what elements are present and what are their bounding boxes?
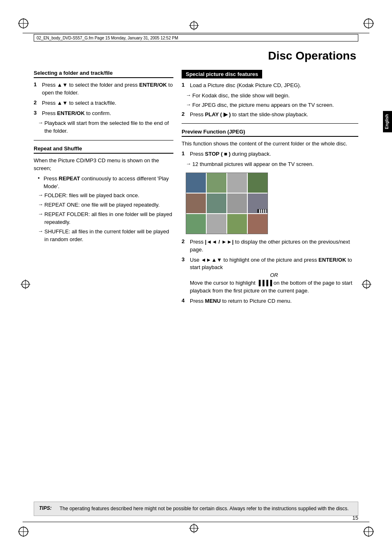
preview-step-1-text: Press STOP ( ■ ) during playback.: [190, 150, 271, 158]
special-arrow-text-1: For Kodak disc, the slide show will begi…: [192, 92, 290, 100]
preview-step-1: 1 Press STOP ( ■ ) during playback.: [182, 150, 358, 158]
section-preview-header: Preview Function (JPEG): [182, 129, 358, 137]
section-folder-header: Selecting a folder and track/file: [34, 70, 173, 78]
reg-mark-bl: [17, 525, 30, 538]
special-arrow-sym-1: →: [186, 92, 192, 98]
crosshair-right: [362, 279, 371, 290]
section-divider-2: [182, 123, 358, 124]
preview-step-num-4: 4: [182, 297, 188, 304]
tips-label: TIPS:: [39, 505, 56, 511]
special-step-num-1: 1: [182, 82, 188, 88]
preview-step-num-2: 2: [182, 238, 188, 244]
step-2-folder: 2 Press ▲▼ to select a track/file.: [34, 99, 173, 107]
thumb-8: ▐▐▐▐: [248, 193, 267, 213]
repeat-intro: When the Picture CD/MP3 CD menu is shown…: [34, 157, 173, 173]
repeat-arrow-4: → SHUFFLE: all files in the current fold…: [34, 228, 173, 244]
special-step-num-2: 2: [182, 111, 188, 117]
thumb-7: [227, 193, 247, 213]
preview-step-2: 2 Press |◄◄ / ►►| to display the other p…: [182, 238, 358, 254]
reg-mark-br: [362, 525, 375, 538]
preview-step-num-1: 1: [182, 150, 188, 157]
right-column: Special picture disc features 1 Load a P…: [182, 70, 358, 308]
page-number: 15: [353, 515, 358, 521]
step-2-folder-text: Press ▲▼ to select a track/file.: [42, 99, 116, 107]
reg-mark-tr: [362, 17, 375, 30]
language-tab: English: [383, 111, 392, 132]
special-step-2: 2 Press PLAY ( ▶ ) to start the slide-sh…: [182, 111, 358, 119]
crosshair-top: [189, 21, 199, 32]
preview-step-num-3: 3: [182, 256, 188, 263]
tips-bar: TIPS: The operating features described h…: [34, 502, 358, 516]
tips-text: The operating features described here mi…: [60, 505, 349, 512]
step-3-folder-text: Press ENTER/OK to confirm.: [42, 110, 111, 117]
thumb-2: [207, 173, 226, 193]
page-title: Disc Operations: [34, 49, 358, 62]
preview-arrow-1: → 12 thumbnail pictures will appear on t…: [182, 161, 358, 168]
preview-step-4-text: Press MENU to return to Picture CD menu.: [190, 297, 292, 305]
preview-step-3: 3 Use ◄►▲▼ to highlight one of the pictu…: [182, 256, 358, 295]
repeat-bullet-text: Press REPEAT continuously to access diff…: [44, 175, 173, 191]
step-num-1: 1: [34, 81, 40, 88]
step-num-3: 3: [34, 110, 40, 116]
thumb-5: [186, 193, 206, 213]
crosshair-left: [21, 279, 30, 290]
thumb-11: [227, 214, 247, 234]
thumb-12: [248, 214, 267, 234]
file-info-bar: 02_EN_body_DVD-S557_G.fm Page 15 Monday,…: [34, 34, 358, 41]
repeat-arrow-sym-4: →: [38, 228, 44, 234]
section-repeat-header: Repeat and Shuffle: [34, 145, 173, 154]
preview-step-3-text: Use ◄►▲▼ to highlight one of the picture…: [190, 256, 358, 295]
preview-step-4: 4 Press MENU to return to Picture CD men…: [182, 297, 358, 305]
repeat-arrow-text-4: SHUFFLE: all files in the current folder…: [44, 228, 173, 244]
thumb-6: [207, 193, 226, 213]
bullet-dot: •: [38, 175, 44, 181]
step-1-folder-text: Press ▲▼ to select the folder and press …: [42, 81, 173, 97]
step-3-folder: 3 Press ENTER/OK to confirm.: [34, 110, 173, 117]
top-border: [23, 33, 369, 33]
repeat-arrow-sym-1: →: [38, 192, 44, 198]
repeat-arrow-sym-3: →: [38, 211, 44, 217]
preview-arrow-text-1: 12 thumbnail pictures will appear on the…: [192, 161, 314, 168]
thumb-3: [227, 173, 247, 193]
thumb-9: [186, 214, 206, 234]
bottom-border: [23, 522, 369, 522]
preview-step-2-text: Press |◄◄ / ►►| to display the other pic…: [190, 238, 358, 254]
repeat-arrow-2: → REPEAT ONE: one file will be played re…: [34, 201, 173, 209]
repeat-bullet: • Press REPEAT continuously to access di…: [34, 175, 173, 191]
special-arrow-1: → For Kodak disc, the slide show will be…: [182, 92, 358, 100]
section-divider-1: [34, 140, 173, 140]
repeat-arrow-text-3: REPEAT FOLDER: all files in one folder w…: [44, 211, 173, 226]
special-step-1: 1 Load a Picture disc (Kodak Picture CD,…: [182, 82, 358, 90]
step-3-folder-arrow: → Playback will start from the selected …: [34, 120, 173, 135]
thumb-4: [248, 173, 267, 193]
arrow-symbol-1: →: [38, 120, 44, 126]
left-column: Selecting a folder and track/file 1 Pres…: [34, 70, 173, 308]
reg-mark-tl: [17, 17, 30, 30]
main-content: Disc Operations Selecting a folder and t…: [34, 49, 358, 514]
thumbnail-grid: ▐▐▐▐: [186, 173, 268, 234]
file-info-text: 02_EN_body_DVD-S557_G.fm Page 15 Monday,…: [37, 36, 178, 40]
repeat-arrow-3: → REPEAT FOLDER: all files in one folder…: [34, 211, 173, 226]
special-arrow-sym-2: →: [186, 101, 192, 108]
crosshair-bottom: [189, 523, 199, 534]
special-arrow-2: → For JPEG disc, the picture menu appear…: [182, 101, 358, 109]
thumb-label: ▐▐▐▐: [257, 209, 267, 213]
step-1-folder: 1 Press ▲▼ to select the folder and pres…: [34, 81, 173, 97]
special-step-1-text: Load a Picture disc (Kodak Picture CD, J…: [190, 82, 301, 90]
thumb-1: [186, 173, 206, 193]
preview-intro: This function shows the content of the c…: [182, 140, 358, 148]
special-arrow-text-2: For JPEG disc, the picture menu appears …: [192, 101, 334, 109]
step-num-2: 2: [34, 99, 40, 106]
thumb-10: [207, 214, 226, 234]
repeat-arrow-1: → FOLDER: files will be played back once…: [34, 192, 173, 200]
two-column-layout: Selecting a folder and track/file 1 Pres…: [34, 70, 358, 308]
section-special-header: Special picture disc features: [182, 70, 262, 78]
repeat-arrow-text-2: REPEAT ONE: one file will be played repe…: [44, 201, 159, 209]
repeat-arrow-sym-2: →: [38, 201, 44, 207]
repeat-arrow-text-1: FOLDER: files will be played back once.: [44, 192, 139, 200]
preview-arrow-sym-1: →: [186, 161, 192, 167]
special-step-2-text: Press PLAY ( ▶ ) to start the slide-show…: [190, 111, 308, 119]
arrow-text-1: Playback will start from the selected fi…: [44, 120, 173, 135]
